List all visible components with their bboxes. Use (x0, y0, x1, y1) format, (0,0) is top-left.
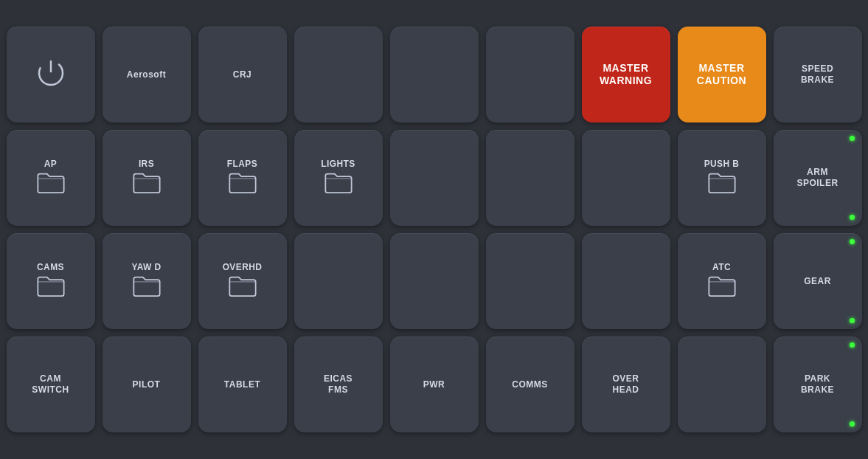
empty8-button[interactable] (390, 233, 479, 329)
comms-label: COMMS (512, 379, 548, 390)
arm-spoiler-led-bottom (850, 215, 855, 220)
empty11-button[interactable] (678, 337, 766, 432)
park-brake-led-top (850, 342, 855, 348)
empty5-button[interactable] (486, 130, 574, 226)
ap-label: AP (44, 159, 57, 169)
tablet-label: TABLET (224, 379, 260, 390)
master-caut-label: MASTERCAUTION (697, 62, 746, 88)
lights-button[interactable]: LIGHTS (294, 130, 383, 226)
flaps-label: FLAPS (227, 159, 257, 169)
power-icon (33, 55, 69, 94)
irs-label: IRS (139, 159, 154, 169)
flaps-button[interactable]: FLAPS (198, 130, 287, 226)
push-b-label: PUSH B (704, 159, 740, 169)
master-caut-button[interactable]: MASTERCAUTION (678, 27, 766, 122)
atc-button[interactable]: ATC (678, 233, 766, 329)
pwr-button[interactable]: PWR (390, 337, 479, 432)
lights-label: LIGHTS (321, 159, 355, 169)
ap-folder-icon (36, 172, 66, 197)
push-b-button[interactable]: PUSH B (678, 130, 766, 226)
aerosoft-label: Aerosoft (127, 69, 166, 80)
over-head-button[interactable]: OVERHEAD (582, 337, 670, 432)
cam-switch-button[interactable]: CAMSWITCH (7, 337, 95, 432)
empty10-button[interactable] (582, 233, 670, 329)
yaw-d-label: YAW D (131, 262, 161, 272)
aerosoft-button[interactable]: Aerosoft (103, 27, 191, 122)
gear-label: GEAR (804, 276, 831, 287)
atc-folder-icon (707, 275, 737, 300)
crj-label: CRJ (233, 69, 252, 80)
speed-brake-button[interactable]: SPEEDBRAKE (774, 27, 862, 122)
master-warn-label: MASTERWARNING (600, 62, 652, 88)
crj-button[interactable]: CRJ (198, 27, 287, 122)
cams-folder-icon (36, 275, 66, 300)
empty9-button[interactable] (486, 233, 574, 329)
over-head-label: OVERHEAD (612, 373, 639, 396)
comms-button[interactable]: COMMS (486, 337, 574, 432)
lights-folder-icon (324, 172, 353, 197)
overhd-folder-icon (228, 275, 257, 300)
arm-spoiler-button[interactable]: ARMSPOILER (774, 130, 862, 226)
tablet-button[interactable]: TABLET (198, 337, 287, 432)
empty2-button[interactable] (390, 27, 479, 122)
speed-brake-label: SPEEDBRAKE (801, 63, 834, 86)
irs-button[interactable]: IRS (103, 130, 191, 226)
irs-folder-icon (132, 172, 162, 197)
push-b-folder-icon (707, 172, 737, 197)
power-button[interactable] (7, 27, 95, 122)
button-grid: AerosoftCRJMASTERWARNINGMASTERCAUTIONSPE… (0, 15, 868, 444)
cams-label: CAMS (37, 262, 64, 272)
park-brake-led-bottom (850, 421, 855, 427)
arm-spoiler-led-top (850, 136, 855, 141)
empty7-button[interactable] (294, 233, 383, 329)
yaw-d-folder-icon (132, 275, 162, 300)
cam-switch-label: CAMSWITCH (32, 373, 69, 396)
empty3-button[interactable] (486, 27, 574, 122)
empty1-button[interactable] (294, 27, 383, 122)
eicas-fms-button[interactable]: EICASFMS (294, 337, 383, 432)
gear-led-top (850, 239, 855, 244)
pilot-button[interactable]: PILOT (103, 337, 191, 432)
flaps-folder-icon (228, 172, 257, 197)
ap-button[interactable]: AP (7, 130, 95, 226)
park-brake-label: PARKBRAKE (801, 373, 834, 396)
pwr-label: PWR (423, 379, 445, 390)
gear-button[interactable]: GEAR (774, 233, 862, 329)
empty4-button[interactable] (390, 130, 479, 226)
arm-spoiler-label: ARMSPOILER (796, 167, 838, 189)
pilot-label: PILOT (133, 379, 161, 390)
empty6-button[interactable] (582, 130, 670, 226)
overhd-label: OVERHD (223, 262, 263, 272)
cams-button[interactable]: CAMS (7, 233, 95, 329)
overhd-button[interactable]: OVERHD (198, 233, 287, 329)
master-warn-button[interactable]: MASTERWARNING (582, 27, 670, 122)
yaw-d-button[interactable]: YAW D (103, 233, 191, 329)
park-brake-button[interactable]: PARKBRAKE (774, 337, 862, 432)
gear-led-bottom (850, 318, 855, 323)
atc-label: ATC (712, 262, 731, 272)
eicas-fms-label: EICASFMS (324, 373, 353, 396)
